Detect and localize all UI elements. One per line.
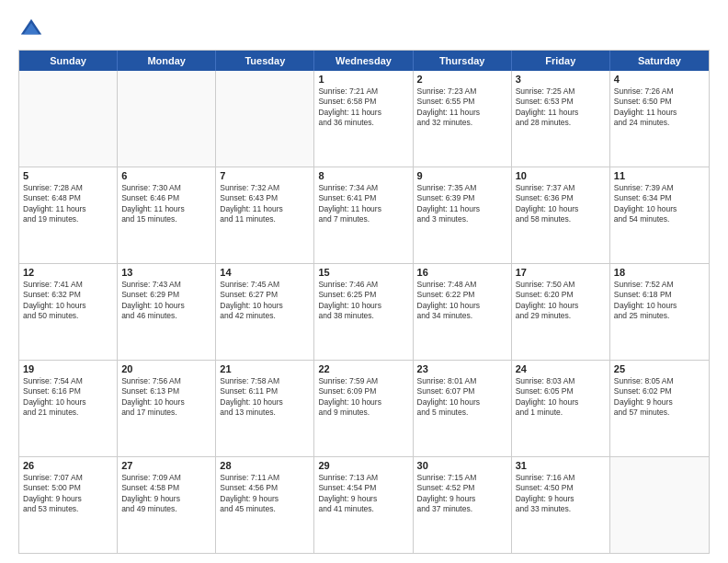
cell-info: Sunrise: 7:35 AM Sunset: 6:39 PM Dayligh… bbox=[417, 183, 507, 225]
cell-info: Sunrise: 7:58 AM Sunset: 6:11 PM Dayligh… bbox=[220, 376, 310, 419]
calendar-cell: 29Sunrise: 7:13 AM Sunset: 4:54 PM Dayli… bbox=[314, 457, 413, 553]
cell-info: Sunrise: 7:39 AM Sunset: 6:34 PM Dayligh… bbox=[614, 183, 705, 225]
calendar-cell bbox=[610, 457, 709, 553]
day-number: 13 bbox=[121, 267, 211, 278]
calendar-cell bbox=[19, 71, 118, 167]
page: SundayMondayTuesdayWednesdayThursdayFrid… bbox=[0, 0, 728, 563]
day-number: 26 bbox=[23, 460, 113, 471]
cell-info: Sunrise: 7:37 AM Sunset: 6:36 PM Dayligh… bbox=[516, 183, 606, 225]
cell-info: Sunrise: 7:56 AM Sunset: 6:13 PM Dayligh… bbox=[121, 376, 211, 419]
calendar-cell: 13Sunrise: 7:43 AM Sunset: 6:29 PM Dayli… bbox=[118, 264, 216, 360]
calendar-cell: 16Sunrise: 7:48 AM Sunset: 6:22 PM Dayli… bbox=[414, 264, 512, 360]
day-number: 27 bbox=[121, 460, 211, 471]
cell-info: Sunrise: 8:01 AM Sunset: 6:07 PM Dayligh… bbox=[417, 376, 507, 419]
calendar-cell: 2Sunrise: 7:23 AM Sunset: 6:55 PM Daylig… bbox=[414, 71, 512, 167]
day-number: 23 bbox=[417, 363, 507, 374]
weekday-header: Thursday bbox=[414, 51, 512, 71]
day-number: 25 bbox=[614, 363, 705, 374]
day-number: 22 bbox=[318, 363, 408, 374]
day-number: 21 bbox=[220, 363, 310, 374]
calendar-row: 5Sunrise: 7:28 AM Sunset: 6:48 PM Daylig… bbox=[19, 167, 709, 264]
cell-info: Sunrise: 7:13 AM Sunset: 4:54 PM Dayligh… bbox=[318, 473, 408, 515]
calendar-cell: 31Sunrise: 7:16 AM Sunset: 4:50 PM Dayli… bbox=[512, 457, 610, 553]
calendar-cell: 10Sunrise: 7:37 AM Sunset: 6:36 PM Dayli… bbox=[512, 167, 610, 263]
calendar-row: 19Sunrise: 7:54 AM Sunset: 6:16 PM Dayli… bbox=[19, 361, 709, 457]
day-number: 8 bbox=[318, 170, 408, 181]
cell-info: Sunrise: 7:11 AM Sunset: 4:56 PM Dayligh… bbox=[220, 473, 310, 515]
day-number: 20 bbox=[121, 363, 211, 374]
calendar-cell: 8Sunrise: 7:34 AM Sunset: 6:41 PM Daylig… bbox=[314, 167, 413, 263]
cell-info: Sunrise: 7:21 AM Sunset: 6:58 PM Dayligh… bbox=[318, 86, 408, 129]
calendar-cell: 19Sunrise: 7:54 AM Sunset: 6:16 PM Dayli… bbox=[19, 361, 118, 456]
calendar-cell: 20Sunrise: 7:56 AM Sunset: 6:13 PM Dayli… bbox=[118, 361, 216, 456]
weekday-header: Sunday bbox=[19, 51, 118, 71]
calendar-cell: 25Sunrise: 8:05 AM Sunset: 6:02 PM Dayli… bbox=[610, 361, 709, 456]
calendar-cell: 28Sunrise: 7:11 AM Sunset: 4:56 PM Dayli… bbox=[216, 457, 314, 553]
day-number: 6 bbox=[121, 170, 211, 181]
calendar: SundayMondayTuesdayWednesdayThursdayFrid… bbox=[18, 50, 710, 554]
weekday-header: Friday bbox=[512, 51, 610, 71]
cell-info: Sunrise: 7:34 AM Sunset: 6:41 PM Dayligh… bbox=[318, 183, 408, 225]
day-number: 15 bbox=[318, 267, 408, 278]
calendar-cell: 11Sunrise: 7:39 AM Sunset: 6:34 PM Dayli… bbox=[610, 167, 709, 263]
day-number: 10 bbox=[516, 170, 606, 181]
calendar-cell: 27Sunrise: 7:09 AM Sunset: 4:58 PM Dayli… bbox=[118, 457, 216, 553]
cell-info: Sunrise: 7:52 AM Sunset: 6:18 PM Dayligh… bbox=[614, 280, 705, 322]
cell-info: Sunrise: 7:28 AM Sunset: 6:48 PM Dayligh… bbox=[23, 183, 113, 225]
day-number: 4 bbox=[614, 74, 705, 85]
cell-info: Sunrise: 7:15 AM Sunset: 4:52 PM Dayligh… bbox=[417, 473, 507, 515]
day-number: 7 bbox=[220, 170, 310, 181]
cell-info: Sunrise: 7:48 AM Sunset: 6:22 PM Dayligh… bbox=[417, 280, 507, 322]
day-number: 1 bbox=[318, 74, 408, 85]
day-number: 30 bbox=[417, 460, 507, 471]
calendar-cell: 21Sunrise: 7:58 AM Sunset: 6:11 PM Dayli… bbox=[216, 361, 314, 456]
logo-icon bbox=[18, 17, 44, 42]
cell-info: Sunrise: 7:07 AM Sunset: 5:00 PM Dayligh… bbox=[23, 473, 113, 515]
day-number: 29 bbox=[318, 460, 408, 471]
calendar-cell: 17Sunrise: 7:50 AM Sunset: 6:20 PM Dayli… bbox=[512, 264, 610, 360]
day-number: 17 bbox=[516, 267, 606, 278]
cell-info: Sunrise: 7:43 AM Sunset: 6:29 PM Dayligh… bbox=[121, 280, 211, 322]
day-number: 2 bbox=[417, 74, 507, 85]
calendar-row: 26Sunrise: 7:07 AM Sunset: 5:00 PM Dayli… bbox=[19, 457, 709, 553]
day-number: 28 bbox=[220, 460, 310, 471]
calendar-header: SundayMondayTuesdayWednesdayThursdayFrid… bbox=[19, 51, 709, 71]
day-number: 31 bbox=[516, 460, 606, 471]
calendar-cell: 24Sunrise: 8:03 AM Sunset: 6:05 PM Dayli… bbox=[512, 361, 610, 456]
calendar-cell bbox=[118, 71, 216, 167]
cell-info: Sunrise: 7:16 AM Sunset: 4:50 PM Dayligh… bbox=[516, 473, 606, 515]
cell-info: Sunrise: 7:23 AM Sunset: 6:55 PM Dayligh… bbox=[417, 86, 507, 129]
cell-info: Sunrise: 7:25 AM Sunset: 6:53 PM Dayligh… bbox=[516, 86, 606, 129]
cell-info: Sunrise: 8:05 AM Sunset: 6:02 PM Dayligh… bbox=[614, 376, 705, 419]
day-number: 12 bbox=[23, 267, 113, 278]
calendar-cell: 5Sunrise: 7:28 AM Sunset: 6:48 PM Daylig… bbox=[19, 167, 118, 263]
calendar-cell: 26Sunrise: 7:07 AM Sunset: 5:00 PM Dayli… bbox=[19, 457, 118, 553]
cell-info: Sunrise: 7:32 AM Sunset: 6:43 PM Dayligh… bbox=[220, 183, 310, 225]
calendar-cell: 15Sunrise: 7:46 AM Sunset: 6:25 PM Dayli… bbox=[314, 264, 413, 360]
cell-info: Sunrise: 7:09 AM Sunset: 4:58 PM Dayligh… bbox=[121, 473, 211, 515]
day-number: 5 bbox=[23, 170, 113, 181]
calendar-cell: 1Sunrise: 7:21 AM Sunset: 6:58 PM Daylig… bbox=[314, 71, 413, 167]
cell-info: Sunrise: 7:26 AM Sunset: 6:50 PM Dayligh… bbox=[614, 86, 705, 129]
cell-info: Sunrise: 7:54 AM Sunset: 6:16 PM Dayligh… bbox=[23, 376, 113, 419]
cell-info: Sunrise: 7:45 AM Sunset: 6:27 PM Dayligh… bbox=[220, 280, 310, 322]
calendar-row: 12Sunrise: 7:41 AM Sunset: 6:32 PM Dayli… bbox=[19, 264, 709, 361]
calendar-cell: 18Sunrise: 7:52 AM Sunset: 6:18 PM Dayli… bbox=[610, 264, 709, 360]
calendar-cell bbox=[216, 71, 314, 167]
day-number: 18 bbox=[614, 267, 705, 278]
cell-info: Sunrise: 8:03 AM Sunset: 6:05 PM Dayligh… bbox=[516, 376, 606, 419]
day-number: 16 bbox=[417, 267, 507, 278]
calendar-cell: 12Sunrise: 7:41 AM Sunset: 6:32 PM Dayli… bbox=[19, 264, 118, 360]
calendar-cell: 4Sunrise: 7:26 AM Sunset: 6:50 PM Daylig… bbox=[610, 71, 709, 167]
day-number: 9 bbox=[417, 170, 507, 181]
calendar-cell: 9Sunrise: 7:35 AM Sunset: 6:39 PM Daylig… bbox=[414, 167, 512, 263]
day-number: 19 bbox=[23, 363, 113, 374]
day-number: 11 bbox=[614, 170, 705, 181]
header bbox=[18, 17, 710, 42]
cell-info: Sunrise: 7:59 AM Sunset: 6:09 PM Dayligh… bbox=[318, 376, 408, 419]
logo bbox=[18, 17, 48, 42]
calendar-cell: 7Sunrise: 7:32 AM Sunset: 6:43 PM Daylig… bbox=[216, 167, 314, 263]
day-number: 24 bbox=[516, 363, 606, 374]
calendar-row: 1Sunrise: 7:21 AM Sunset: 6:58 PM Daylig… bbox=[19, 71, 709, 167]
calendar-body: 1Sunrise: 7:21 AM Sunset: 6:58 PM Daylig… bbox=[19, 71, 709, 553]
